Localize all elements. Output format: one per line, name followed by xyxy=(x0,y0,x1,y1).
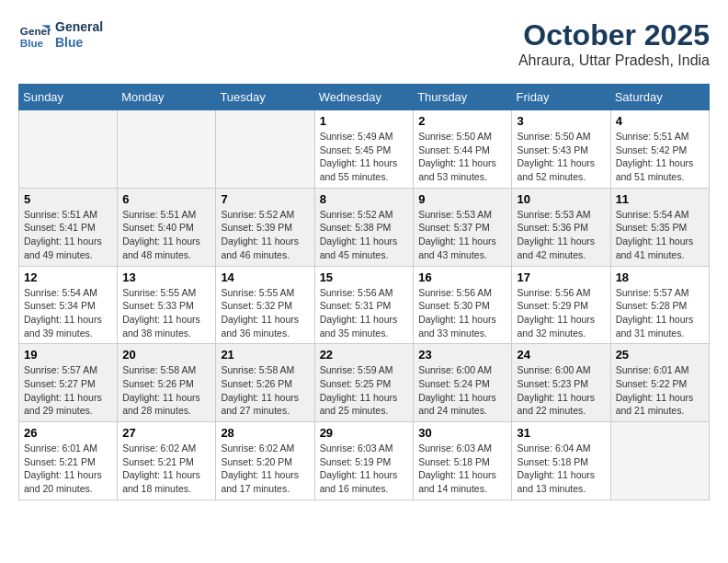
day-info: Sunrise: 6:03 AMSunset: 5:18 PMDaylight:… xyxy=(418,442,506,496)
day-number: 5 xyxy=(24,192,112,206)
day-info: Sunrise: 6:02 AMSunset: 5:20 PMDaylight:… xyxy=(221,442,309,496)
calendar-day-cell: 3Sunrise: 5:50 AMSunset: 5:43 PMDaylight… xyxy=(512,110,610,189)
day-info: Sunrise: 5:58 AMSunset: 5:26 PMDaylight:… xyxy=(122,363,210,418)
day-info: Sunrise: 6:02 AMSunset: 5:21 PMDaylight:… xyxy=(122,442,210,496)
weekday-header: Sunday xyxy=(19,85,118,110)
day-number: 28 xyxy=(221,426,309,440)
day-number: 4 xyxy=(616,114,704,128)
day-number: 30 xyxy=(418,426,506,440)
day-number: 11 xyxy=(616,192,704,206)
calendar-day-cell: 29Sunrise: 6:03 AMSunset: 5:19 PMDayligh… xyxy=(314,422,414,500)
day-number: 18 xyxy=(616,270,704,284)
day-number: 13 xyxy=(122,270,210,284)
day-number: 2 xyxy=(418,114,506,128)
day-number: 8 xyxy=(320,192,409,206)
calendar-day-cell: 4Sunrise: 5:51 AMSunset: 5:42 PMDaylight… xyxy=(610,110,709,189)
calendar-day-cell: 5Sunrise: 5:51 AMSunset: 5:41 PMDaylight… xyxy=(19,188,118,266)
calendar-day-cell xyxy=(19,110,118,189)
day-number: 9 xyxy=(418,192,506,206)
day-info: Sunrise: 6:01 AMSunset: 5:22 PMDaylight:… xyxy=(616,363,704,418)
weekday-header: Thursday xyxy=(414,85,512,110)
day-number: 7 xyxy=(221,192,309,206)
day-info: Sunrise: 6:04 AMSunset: 5:18 PMDaylight:… xyxy=(517,442,605,496)
calendar-day-cell: 23Sunrise: 6:00 AMSunset: 5:24 PMDayligh… xyxy=(414,344,512,422)
day-info: Sunrise: 5:52 AMSunset: 5:38 PMDaylight:… xyxy=(320,208,409,262)
calendar-day-cell xyxy=(118,110,216,189)
day-number: 15 xyxy=(320,270,409,284)
calendar-day-cell: 10Sunrise: 5:53 AMSunset: 5:36 PMDayligh… xyxy=(512,188,610,266)
calendar-day-cell: 15Sunrise: 5:56 AMSunset: 5:31 PMDayligh… xyxy=(314,266,414,344)
day-info: Sunrise: 5:53 AMSunset: 5:36 PMDaylight:… xyxy=(517,208,605,262)
day-info: Sunrise: 6:03 AMSunset: 5:19 PMDaylight:… xyxy=(320,442,409,496)
day-info: Sunrise: 5:54 AMSunset: 5:35 PMDaylight:… xyxy=(616,208,704,262)
day-number: 1 xyxy=(320,114,409,128)
day-info: Sunrise: 5:54 AMSunset: 5:34 PMDaylight:… xyxy=(24,286,112,340)
calendar-day-cell xyxy=(610,422,709,500)
weekday-header: Tuesday xyxy=(216,85,314,110)
day-number: 21 xyxy=(221,348,309,362)
day-info: Sunrise: 5:51 AMSunset: 5:42 PMDaylight:… xyxy=(616,130,704,184)
calendar-day-cell: 24Sunrise: 6:00 AMSunset: 5:23 PMDayligh… xyxy=(512,344,610,422)
calendar-day-cell: 13Sunrise: 5:55 AMSunset: 5:33 PMDayligh… xyxy=(118,266,216,344)
calendar-day-cell: 14Sunrise: 5:55 AMSunset: 5:32 PMDayligh… xyxy=(216,266,314,344)
calendar-day-cell: 20Sunrise: 5:58 AMSunset: 5:26 PMDayligh… xyxy=(118,344,216,422)
day-info: Sunrise: 5:59 AMSunset: 5:25 PMDaylight:… xyxy=(320,363,409,418)
day-info: Sunrise: 6:00 AMSunset: 5:23 PMDaylight:… xyxy=(517,363,605,418)
month-title: October 2025 xyxy=(518,18,710,52)
calendar-day-cell: 2Sunrise: 5:50 AMSunset: 5:44 PMDaylight… xyxy=(414,110,512,189)
day-number: 16 xyxy=(418,270,506,284)
title-block: October 2025 Ahraura, Uttar Pradesh, Ind… xyxy=(518,18,710,69)
logo-text-blue: Blue xyxy=(55,35,103,51)
day-info: Sunrise: 5:52 AMSunset: 5:39 PMDaylight:… xyxy=(221,208,309,262)
location: Ahraura, Uttar Pradesh, India xyxy=(518,52,710,69)
calendar-day-cell: 31Sunrise: 6:04 AMSunset: 5:18 PMDayligh… xyxy=(512,422,610,500)
calendar-week-row: 1Sunrise: 5:49 AMSunset: 5:45 PMDaylight… xyxy=(19,110,710,189)
calendar-day-cell: 11Sunrise: 5:54 AMSunset: 5:35 PMDayligh… xyxy=(610,188,709,266)
svg-text:Blue: Blue xyxy=(20,37,44,49)
day-info: Sunrise: 5:56 AMSunset: 5:31 PMDaylight:… xyxy=(320,286,409,340)
calendar-day-cell xyxy=(216,110,314,189)
day-info: Sunrise: 6:00 AMSunset: 5:24 PMDaylight:… xyxy=(418,363,506,418)
day-number: 27 xyxy=(122,426,210,440)
calendar-day-cell: 9Sunrise: 5:53 AMSunset: 5:37 PMDaylight… xyxy=(414,188,512,266)
calendar-day-cell: 19Sunrise: 5:57 AMSunset: 5:27 PMDayligh… xyxy=(19,344,118,422)
calendar-week-row: 12Sunrise: 5:54 AMSunset: 5:34 PMDayligh… xyxy=(19,266,710,344)
calendar-day-cell: 22Sunrise: 5:59 AMSunset: 5:25 PMDayligh… xyxy=(314,344,414,422)
day-info: Sunrise: 5:51 AMSunset: 5:40 PMDaylight:… xyxy=(122,208,210,262)
logo: General Blue General Blue xyxy=(18,18,103,52)
day-info: Sunrise: 5:56 AMSunset: 5:30 PMDaylight:… xyxy=(418,286,506,340)
day-number: 29 xyxy=(320,426,409,440)
page-header: General Blue General Blue October 2025 A… xyxy=(18,18,710,69)
weekday-header: Friday xyxy=(512,85,610,110)
day-number: 14 xyxy=(221,270,309,284)
calendar-day-cell: 21Sunrise: 5:58 AMSunset: 5:26 PMDayligh… xyxy=(216,344,314,422)
calendar-table: SundayMondayTuesdayWednesdayThursdayFrid… xyxy=(18,84,710,500)
calendar-day-cell: 26Sunrise: 6:01 AMSunset: 5:21 PMDayligh… xyxy=(19,422,118,500)
calendar-header-row: SundayMondayTuesdayWednesdayThursdayFrid… xyxy=(19,85,710,110)
day-number: 12 xyxy=(24,270,112,284)
day-number: 19 xyxy=(24,348,112,362)
calendar-day-cell: 28Sunrise: 6:02 AMSunset: 5:20 PMDayligh… xyxy=(216,422,314,500)
day-number: 17 xyxy=(517,270,605,284)
calendar-day-cell: 1Sunrise: 5:49 AMSunset: 5:45 PMDaylight… xyxy=(314,110,414,189)
day-info: Sunrise: 6:01 AMSunset: 5:21 PMDaylight:… xyxy=(24,442,112,496)
calendar-week-row: 19Sunrise: 5:57 AMSunset: 5:27 PMDayligh… xyxy=(19,344,710,422)
logo-text-general: General xyxy=(55,19,103,35)
weekday-header: Monday xyxy=(118,85,216,110)
calendar-day-cell: 12Sunrise: 5:54 AMSunset: 5:34 PMDayligh… xyxy=(19,266,118,344)
calendar-day-cell: 6Sunrise: 5:51 AMSunset: 5:40 PMDaylight… xyxy=(118,188,216,266)
day-info: Sunrise: 5:55 AMSunset: 5:32 PMDaylight:… xyxy=(221,286,309,340)
weekday-header: Wednesday xyxy=(314,85,414,110)
day-number: 25 xyxy=(616,348,704,362)
day-number: 23 xyxy=(418,348,506,362)
calendar-day-cell: 16Sunrise: 5:56 AMSunset: 5:30 PMDayligh… xyxy=(414,266,512,344)
day-info: Sunrise: 5:56 AMSunset: 5:29 PMDaylight:… xyxy=(517,286,605,340)
weekday-header: Saturday xyxy=(610,85,709,110)
day-info: Sunrise: 5:55 AMSunset: 5:33 PMDaylight:… xyxy=(122,286,210,340)
day-info: Sunrise: 5:57 AMSunset: 5:28 PMDaylight:… xyxy=(616,286,704,340)
logo-icon: General Blue xyxy=(18,18,51,52)
day-number: 3 xyxy=(517,114,605,128)
day-number: 20 xyxy=(122,348,210,362)
calendar-week-row: 26Sunrise: 6:01 AMSunset: 5:21 PMDayligh… xyxy=(19,422,710,500)
calendar-day-cell: 30Sunrise: 6:03 AMSunset: 5:18 PMDayligh… xyxy=(414,422,512,500)
